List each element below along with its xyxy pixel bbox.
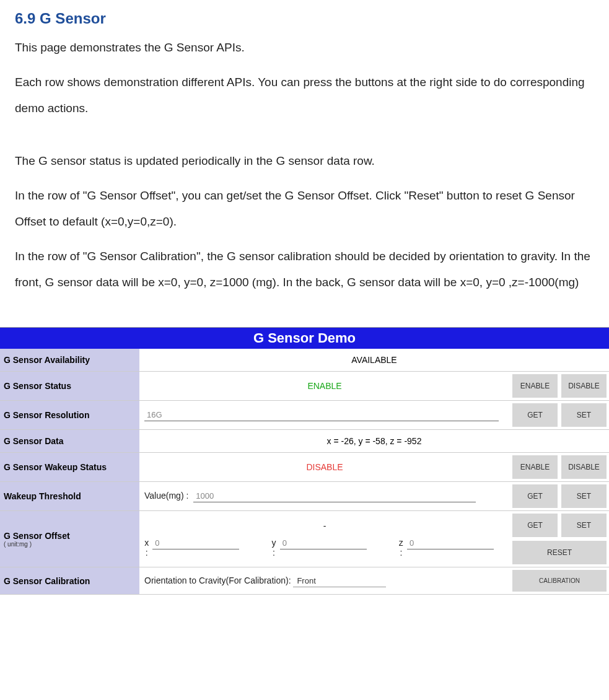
offset-z-input[interactable]	[407, 537, 494, 549]
wakeup-disable-button[interactable]: DISABLE	[561, 455, 607, 479]
paragraph-calibration: In the row of "G Sensor Calibration", th…	[15, 243, 594, 295]
value-threshold: Value(mg) :	[139, 482, 510, 511]
label-offset-sub: ( unit:mg )	[4, 541, 136, 548]
offset-x-input[interactable]	[152, 537, 239, 549]
threshold-set-button[interactable]: SET	[561, 484, 607, 508]
status-disable-button[interactable]: DISABLE	[561, 374, 607, 398]
value-resolution	[139, 401, 510, 430]
offset-y-label: y :	[270, 538, 277, 558]
section-heading: 6.9 G Sensor	[15, 10, 594, 27]
row-wakeup: G Sensor Wakeup Status DISABLE ENABLE DI…	[0, 453, 609, 482]
resolution-input[interactable]	[144, 409, 499, 421]
calibration-prefix: Orientation to Cravity(For Calibration):	[144, 575, 291, 585]
row-offset: G Sensor Offset ( unit:mg ) - x : y : z …	[0, 511, 609, 567]
value-calibration: Orientation to Cravity(For Calibration):	[139, 567, 510, 595]
resolution-set-button[interactable]: SET	[561, 403, 607, 427]
threshold-prefix: Value(mg) :	[144, 491, 188, 501]
row-data: G Sensor Data x = -26, y = -58, z = -952	[0, 430, 609, 453]
value-wakeup: DISABLE	[139, 453, 510, 482]
value-availability: AVAILABLE	[139, 349, 609, 372]
offset-dash: -	[143, 521, 506, 531]
wakeup-enable-button[interactable]: ENABLE	[512, 455, 558, 479]
g-sensor-demo-panel: G Sensor Demo G Sensor Availability AVAI…	[0, 327, 609, 595]
label-calibration: G Sensor Calibration	[0, 567, 139, 595]
label-wakeup: G Sensor Wakeup Status	[0, 453, 139, 482]
calibration-button[interactable]: CALIBRATION	[512, 570, 607, 592]
label-resolution: G Sensor Resolution	[0, 401, 139, 430]
paragraph-rows: Each row shows demonstration different A…	[15, 69, 594, 121]
demo-title: G Sensor Demo	[0, 328, 609, 349]
threshold-get-button[interactable]: GET	[512, 484, 558, 508]
offset-reset-button[interactable]: RESET	[512, 541, 607, 564]
row-status: G Sensor Status ENABLE ENABLE DISABLE	[0, 372, 609, 401]
offset-get-button[interactable]: GET	[512, 514, 558, 537]
paragraph-status: The G sensor status is updated periodica…	[15, 148, 594, 174]
value-status: ENABLE	[139, 372, 510, 401]
label-availability: G Sensor Availability	[0, 349, 139, 372]
value-offset: - x : y : z :	[139, 511, 510, 567]
offset-x-label: x :	[143, 538, 150, 558]
resolution-get-button[interactable]: GET	[512, 403, 558, 427]
row-calibration: G Sensor Calibration Orientation to Crav…	[0, 567, 609, 595]
paragraph-offset: In the row of "G Sensor Offset", you can…	[15, 183, 594, 235]
value-data: x = -26, y = -58, z = -952	[139, 430, 609, 453]
label-status: G Sensor Status	[0, 372, 139, 401]
paragraph-intro: This page demonstrates the G Sensor APIs…	[15, 35, 594, 61]
offset-z-label: z :	[398, 538, 405, 558]
label-offset: G Sensor Offset ( unit:mg )	[0, 511, 139, 567]
row-availability: G Sensor Availability AVAILABLE	[0, 349, 609, 372]
offset-set-button[interactable]: SET	[561, 514, 607, 537]
label-data: G Sensor Data	[0, 430, 139, 453]
row-threshold: Wakeup Threshold Value(mg) : GET SET	[0, 482, 609, 511]
threshold-input[interactable]	[193, 490, 476, 502]
offset-y-input[interactable]	[280, 537, 367, 549]
status-enable-button[interactable]: ENABLE	[512, 374, 558, 398]
label-threshold: Wakeup Threshold	[0, 482, 139, 511]
calibration-select[interactable]	[293, 575, 386, 587]
row-resolution: G Sensor Resolution GET SET	[0, 401, 609, 430]
